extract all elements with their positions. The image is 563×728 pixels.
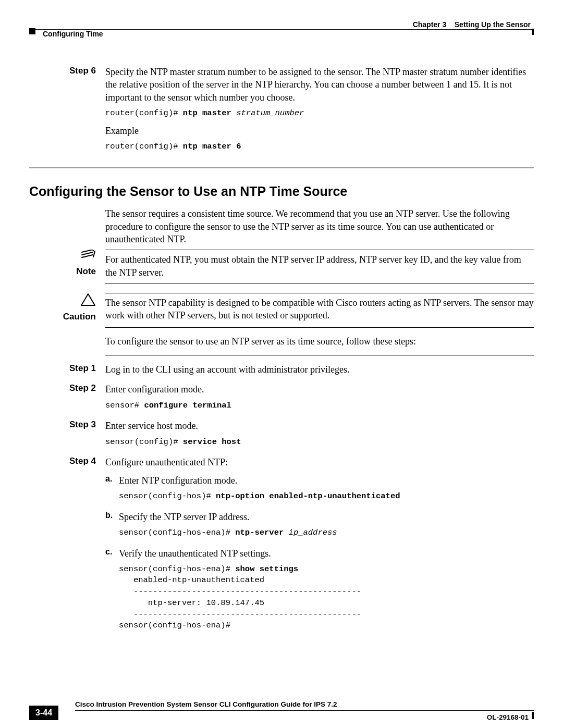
substep-command: sensor(config-hos-ena)# ntp-server ip_ad… <box>119 527 534 539</box>
substep-b: b. Specify the NTP server IP address. se… <box>105 510 534 544</box>
section-intro: The sensor requires a consistent time so… <box>105 207 534 245</box>
header-chapter-title: Setting Up the Sensor <box>455 20 531 29</box>
substep-text: Enter NTP configuration mode. <box>119 474 534 487</box>
substep-text: Specify the NTP server IP address. <box>119 511 534 523</box>
page-footer: Cisco Intrusion Prevention System Sensor… <box>29 710 534 712</box>
step-label: Step 2 <box>29 382 105 394</box>
note-icon <box>29 250 96 265</box>
substep-text: Verify the unauthenticated NTP settings. <box>119 547 534 560</box>
step-6: Step 6 Specify the NTP master stratum nu… <box>29 65 534 158</box>
step-2: Step 2 Enter configuration mode. sensor#… <box>29 382 534 416</box>
example-command: router(config)# ntp master 6 <box>105 141 534 153</box>
example-label: Example <box>105 125 534 137</box>
step-label: Step 3 <box>29 418 105 431</box>
step-text: Specify the NTP master stratum number to… <box>105 66 534 104</box>
step-4: Step 4 Configure unauthenticated NTP: a.… <box>29 455 534 639</box>
caution-label: Caution <box>63 312 96 322</box>
section-heading: Configuring the Sensor to Use an NTP Tim… <box>29 183 534 201</box>
caution-callout: Caution The sensor NTP capability is des… <box>29 293 534 323</box>
substep-a: a. Enter NTP configuration mode. sensor(… <box>105 473 534 508</box>
step-3: Step 3 Enter service host mode. sensor(c… <box>29 418 534 453</box>
page-number-badge: 3-44 <box>29 706 58 720</box>
step-text: Log in to the CLI using an account with … <box>105 363 534 376</box>
footer-guide-title: Cisco Intrusion Prevention System Sensor… <box>75 700 337 709</box>
caution-icon <box>29 293 96 310</box>
substep-c: c. Verify the unauthenticated NTP settin… <box>105 546 534 637</box>
running-header: Chapter 3 Setting Up the Sensor Configur… <box>29 20 534 33</box>
note-callout: Note For authenticated NTP, you must obt… <box>29 250 534 279</box>
step-label: Step 6 <box>29 65 105 77</box>
caution-text: The sensor NTP capability is designed to… <box>105 293 534 322</box>
note-text: For authenticated NTP, you must obtain t… <box>105 250 534 279</box>
step-text: Configure unauthenticated NTP: <box>105 456 534 468</box>
separator-rule <box>105 355 534 356</box>
substep-label: c. <box>105 546 119 558</box>
separator-rule <box>29 167 534 168</box>
substep-label: b. <box>105 510 119 521</box>
step-command: sensor(config)# service host <box>105 437 534 448</box>
footer-docnum: OL-29168-01 <box>487 713 529 722</box>
step-label: Step 1 <box>29 362 105 375</box>
header-chapter-label: Chapter 3 <box>413 20 447 29</box>
header-chapter: Chapter 3 Setting Up the Sensor <box>413 20 531 30</box>
lead-in-text: To configure the sensor to use an NTP se… <box>105 335 534 348</box>
substep-output: sensor(config-hos-ena)# show settings en… <box>119 564 534 632</box>
substep-command: sensor(config-hos)# ntp-option enabled-n… <box>119 491 534 502</box>
step-command: router(config)# ntp master stratum_numbe… <box>105 108 534 119</box>
step-text: Enter configuration mode. <box>105 383 534 396</box>
substep-label: a. <box>105 473 119 485</box>
note-label: Note <box>76 266 96 276</box>
step-command: sensor# configure terminal <box>105 400 534 412</box>
step-text: Enter service host mode. <box>105 419 534 432</box>
step-label: Step 4 <box>29 455 105 467</box>
step-1: Step 1 Log in to the CLI using an accoun… <box>29 362 534 380</box>
